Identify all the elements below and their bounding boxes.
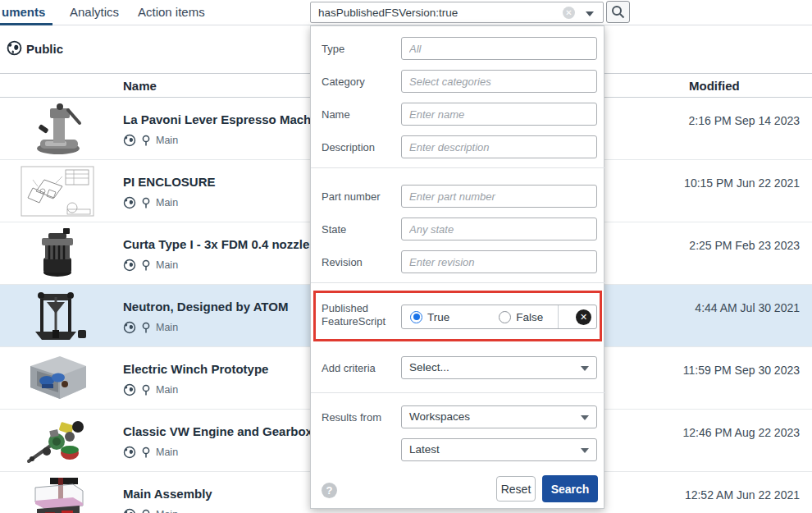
- document-meta: Main: [123, 133, 178, 148]
- globe-icon: [123, 134, 136, 147]
- document-name[interactable]: Classic VW Engine and Gearbox: [123, 424, 312, 438]
- modified-timestamp: 4:44 AM Jul 30 2021: [695, 301, 800, 314]
- part-number-label: Part number: [322, 190, 381, 203]
- help-icon[interactable]: ?: [322, 483, 337, 498]
- globe-icon: [123, 383, 136, 396]
- divider: [311, 282, 605, 283]
- document-meta: Main: [123, 445, 178, 460]
- revision-label: Revision: [322, 256, 363, 268]
- branch-label: Main: [156, 384, 178, 396]
- document-thumbnail: [20, 476, 95, 513]
- name-input[interactable]: [401, 103, 597, 126]
- branch-label: Main: [156, 259, 178, 271]
- magnifier-icon: [611, 5, 625, 19]
- document-meta: Main: [123, 507, 178, 513]
- location-pin-icon: [141, 384, 151, 396]
- chevron-down-icon: [581, 366, 589, 371]
- divider: [311, 392, 605, 393]
- results-version-select[interactable]: Latest: [401, 438, 597, 461]
- public-globe-icon: [7, 40, 22, 59]
- document-thumbnail: [20, 102, 95, 156]
- document-meta: Main: [123, 320, 178, 335]
- type-label: Type: [322, 43, 344, 55]
- globe-icon: [123, 321, 136, 334]
- document-meta: Main: [123, 258, 178, 273]
- branch-label: Main: [156, 135, 178, 146]
- results-scope-value: Workspaces: [409, 410, 470, 423]
- description-label: Description: [322, 141, 375, 153]
- part-number-input[interactable]: [401, 185, 597, 208]
- chevron-down-icon: [581, 415, 589, 420]
- document-name[interactable]: Electric Winch Prototype: [123, 362, 268, 376]
- modified-timestamp: 12:46 PM Aug 22 2023: [683, 426, 800, 439]
- results-scope-select[interactable]: Workspaces: [401, 405, 597, 428]
- divider: [311, 167, 605, 168]
- document-name[interactable]: Curta Type I - 3x FDM 0.4 nozzle: [123, 237, 309, 251]
- chevron-down-icon: [581, 448, 589, 453]
- type-input[interactable]: [401, 37, 597, 60]
- document-name[interactable]: PI ENCLOSURE: [123, 175, 216, 189]
- location-pin-icon: [141, 322, 151, 334]
- add-criteria-value: Select...: [409, 361, 449, 373]
- search-button[interactable]: Search: [542, 475, 598, 502]
- clear-search-icon[interactable]: ✕: [563, 7, 575, 19]
- results-version-value: Latest: [409, 443, 440, 456]
- document-thumbnail: [20, 289, 95, 343]
- globe-icon: [123, 446, 136, 459]
- state-label: State: [322, 223, 346, 236]
- modified-timestamp: 2:25 PM Feb 23 2023: [689, 239, 800, 252]
- globe-icon: [123, 196, 136, 209]
- add-criteria-select[interactable]: Select...: [401, 356, 597, 379]
- document-name[interactable]: Main Assembly: [123, 487, 212, 501]
- add-criteria-label: Add criteria: [322, 362, 376, 374]
- state-input[interactable]: [401, 218, 597, 240]
- name-label: Name: [322, 108, 350, 121]
- document-thumbnail: [20, 164, 95, 218]
- description-input[interactable]: [401, 135, 597, 158]
- advanced-search-panel: Type Category Name Description Part numb…: [310, 25, 604, 509]
- document-thumbnail: [20, 414, 95, 468]
- column-header-modified[interactable]: Modified: [689, 79, 740, 93]
- branch-label: Main: [156, 322, 178, 333]
- search-input[interactable]: [318, 4, 548, 21]
- modified-timestamp: 11:59 PM Sep 30 2023: [683, 364, 800, 377]
- revision-input[interactable]: [401, 250, 597, 273]
- location-pin-icon: [141, 447, 151, 459]
- annotation-highlight-box: [313, 291, 602, 341]
- document-name[interactable]: La Pavoni Lever Espresso Machines: [123, 112, 335, 126]
- tab-analytics[interactable]: Analytics: [70, 0, 119, 25]
- branch-label: Main: [156, 447, 178, 458]
- results-from-label: Results from: [322, 411, 381, 424]
- globe-icon: [123, 508, 136, 513]
- column-header-name[interactable]: Name: [123, 79, 157, 93]
- search-submit-button[interactable]: [606, 1, 630, 23]
- app-window: uments Analytics Action items ✕ Public N…: [0, 0, 812, 513]
- tab-action-items[interactable]: Action items: [138, 0, 205, 25]
- document-thumbnail: [20, 351, 95, 405]
- location-pin-icon: [141, 509, 151, 513]
- location-pin-icon: [141, 197, 151, 209]
- location-pin-icon: [141, 135, 151, 147]
- document-meta: Main: [123, 382, 178, 397]
- branch-label: Main: [156, 509, 178, 513]
- active-tab-underline: [0, 23, 52, 25]
- reset-button[interactable]: Reset: [496, 476, 536, 502]
- search-box[interactable]: ✕: [310, 2, 604, 23]
- category-input[interactable]: [401, 70, 597, 93]
- location-pin-icon: [141, 259, 151, 272]
- document-name[interactable]: Neutron, Designed by ATOM: [123, 300, 288, 314]
- section-label: Public: [26, 42, 63, 56]
- document-thumbnail: [20, 227, 95, 281]
- search-dropdown-caret-icon[interactable]: [586, 11, 594, 16]
- category-label: Category: [322, 76, 365, 88]
- tab-documents[interactable]: uments: [2, 0, 45, 25]
- document-meta: Main: [123, 195, 178, 210]
- modified-timestamp: 10:15 PM Jun 22 2021: [684, 176, 800, 190]
- modified-timestamp: 12:52 AM Jun 22 2021: [685, 488, 800, 502]
- modified-timestamp: 2:16 PM Sep 14 2023: [689, 114, 800, 127]
- globe-icon: [123, 259, 136, 272]
- branch-label: Main: [156, 197, 178, 208]
